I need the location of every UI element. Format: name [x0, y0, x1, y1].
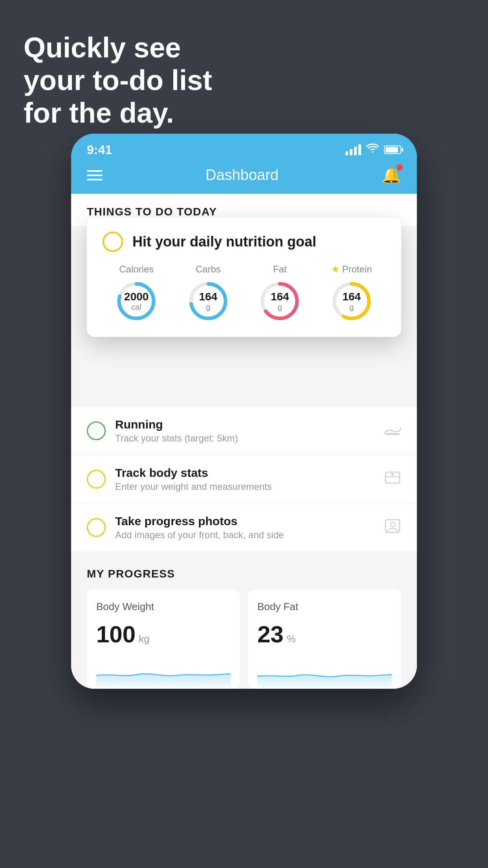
svg-point-10 [391, 473, 394, 476]
body-fat-value: 23 % [257, 621, 392, 648]
main-content: THINGS TO DO TODAY Hit your daily nutrit… [71, 194, 417, 689]
fat-label: Fat [273, 264, 287, 275]
phone-mockup: 9:41 [71, 134, 417, 689]
todo-item-photos[interactable]: Take progress photos Add images of your … [71, 504, 417, 552]
calories-ring: 2000 cal [115, 280, 158, 323]
nav-title: Dashboard [205, 167, 279, 184]
body-weight-label: Body Weight [96, 601, 231, 613]
progress-title: MY PROGRESS [87, 568, 401, 580]
photos-desc: Add images of your front, back, and side [115, 530, 374, 541]
nutrition-checkbox[interactable] [103, 232, 123, 252]
protein-ring: 164 g [330, 280, 373, 323]
calories-label: Calories [119, 264, 154, 275]
hamburger-menu-button[interactable] [87, 170, 103, 180]
running-desc: Track your stats (target: 5km) [115, 433, 374, 444]
wifi-icon [366, 143, 379, 156]
things-section-title: THINGS TO DO TODAY [87, 206, 217, 218]
todo-area: Running Track your stats (target: 5km) T… [71, 407, 417, 552]
running-checkbox[interactable] [87, 421, 106, 440]
notification-bell-button[interactable]: 🔔 [382, 166, 401, 184]
todo-text-running: Running Track your stats (target: 5km) [115, 418, 374, 444]
scale-icon [384, 469, 401, 490]
notification-dot [396, 164, 403, 171]
card-title: Hit your daily nutrition goal [132, 234, 316, 250]
todo-text-body-stats: Track body stats Enter your weight and m… [115, 466, 374, 492]
running-name: Running [115, 418, 374, 431]
svg-point-12 [390, 522, 395, 527]
carbs-value-text: 164 g [199, 291, 217, 312]
card-header: Hit your daily nutrition goal [103, 232, 385, 252]
status-time: 9:41 [87, 143, 112, 157]
nutrition-protein: ★ Protein 164 g [330, 264, 373, 323]
photos-name: Take progress photos [115, 515, 374, 528]
body-stats-desc: Enter your weight and measurements [115, 481, 374, 492]
nutrition-fat: Fat 164 g [258, 264, 301, 323]
todo-item-body-stats[interactable]: Track body stats Enter your weight and m… [71, 455, 417, 504]
nav-bar: Dashboard 🔔 [71, 159, 417, 194]
nutrition-calories: Calories 2000 cal [115, 264, 158, 323]
protein-value-text: 164 g [342, 291, 361, 312]
headline: Quickly see your to-do list for the day. [24, 31, 212, 129]
progress-cards: Body Weight 100 kg [87, 590, 401, 689]
body-fat-chart [257, 656, 392, 687]
body-weight-number: 100 [96, 621, 136, 648]
person-photo-icon [384, 517, 401, 538]
status-icons [345, 143, 401, 156]
carbs-label: Carbs [196, 264, 221, 275]
carbs-ring: 164 g [187, 280, 230, 323]
photos-checkbox[interactable] [87, 518, 106, 537]
body-weight-value: 100 kg [96, 621, 231, 648]
star-icon: ★ [331, 264, 340, 275]
calories-value-text: 2000 cal [124, 291, 149, 312]
status-bar: 9:41 [71, 134, 417, 159]
todo-text-photos: Take progress photos Add images of your … [115, 515, 374, 541]
body-weight-card: Body Weight 100 kg [87, 590, 240, 689]
battery-icon [384, 145, 401, 154]
nutrition-card: Hit your daily nutrition goal Calories [87, 217, 401, 337]
signal-bars-icon [345, 144, 361, 155]
nutrition-carbs: Carbs 164 g [187, 264, 230, 323]
protein-label: ★ Protein [331, 264, 372, 275]
body-weight-unit: kg [139, 633, 149, 645]
body-fat-card: Body Fat 23 % [248, 590, 401, 689]
progress-section: MY PROGRESS Body Weight 100 kg [71, 552, 417, 689]
todo-item-running[interactable]: Running Track your stats (target: 5km) [71, 407, 417, 455]
body-fat-number: 23 [257, 621, 284, 648]
body-stats-checkbox[interactable] [87, 470, 106, 489]
fat-value-text: 164 g [271, 291, 289, 312]
nutrition-circles: Calories 2000 cal [103, 264, 385, 323]
body-fat-label: Body Fat [257, 601, 392, 613]
running-shoe-icon [384, 422, 401, 440]
fat-ring: 164 g [258, 280, 301, 323]
body-stats-name: Track body stats [115, 466, 374, 480]
body-weight-chart [96, 656, 231, 687]
body-fat-unit: % [287, 633, 296, 645]
